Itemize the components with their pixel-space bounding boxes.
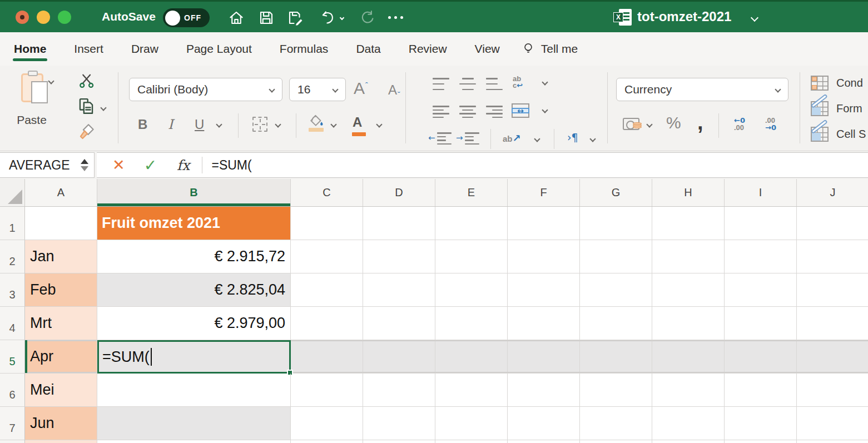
orientation-chevron[interactable] [534, 136, 540, 142]
paragraph-marks-chevron[interactable] [589, 136, 596, 142]
empty-cells[interactable] [291, 374, 868, 407]
name-box[interactable]: AVERAGE [0, 152, 95, 178]
zoom-window-button[interactable] [58, 11, 71, 24]
column-header-g[interactable]: G [580, 179, 652, 206]
tab-tell-me[interactable]: Tell me [521, 42, 578, 56]
cell-A7[interactable]: Jun [25, 407, 97, 440]
conditional-formatting-button[interactable]: Cond [811, 76, 863, 91]
increase-decimal-icon[interactable]: ←0 .00 [734, 117, 745, 131]
cell-A5[interactable]: Apr [25, 340, 97, 374]
align-center-icon[interactable] [459, 106, 476, 118]
align-left-icon[interactable] [433, 106, 449, 118]
cell-A6[interactable]: Mei [25, 374, 97, 407]
cell-styles-button[interactable]: Cell S [811, 127, 866, 142]
copy-menu-chevron[interactable] [100, 104, 106, 111]
accounting-format-chevron[interactable] [646, 121, 652, 127]
merge-center-icon[interactable]: ↔ [512, 103, 529, 118]
column-header-h[interactable]: H [652, 179, 725, 206]
font-name-select[interactable]: Calibri (Body) [129, 78, 282, 101]
grow-font-button[interactable]: Aˆ [354, 79, 368, 98]
percent-style-icon[interactable]: % [666, 113, 681, 132]
row-header-2[interactable]: 2 [0, 240, 25, 273]
format-painter-icon[interactable] [78, 122, 97, 143]
column-header-i[interactable]: I [725, 179, 797, 206]
decrease-indent-icon[interactable]: ← [429, 132, 452, 145]
confirm-entry-icon[interactable]: ✓ [144, 156, 157, 175]
empty-cells[interactable] [291, 440, 868, 443]
cell-A8[interactable] [25, 440, 97, 443]
tab-data[interactable]: Data [356, 34, 380, 63]
undo-menu-chevron[interactable] [340, 16, 344, 20]
italic-button[interactable]: I [168, 117, 173, 132]
decrease-decimal-icon[interactable]: .00 →0 [765, 117, 776, 131]
cell-B6[interactable] [97, 374, 291, 407]
row-header-6[interactable]: 6 [0, 374, 25, 407]
document-title-chevron[interactable] [751, 14, 758, 22]
merge-center-chevron[interactable] [542, 107, 548, 113]
column-header-f[interactable]: F [508, 179, 580, 206]
tab-insert[interactable]: Insert [74, 34, 103, 63]
column-header-j[interactable]: J [797, 179, 868, 206]
cell-A1[interactable] [25, 207, 97, 240]
empty-cells[interactable] [291, 240, 868, 273]
orientation-icon[interactable]: ab↗ [503, 132, 521, 144]
close-window-button[interactable] [16, 11, 29, 24]
autosave-toggle[interactable]: OFF [163, 8, 210, 27]
increase-indent-icon[interactable]: → [457, 132, 479, 145]
name-box-spinner[interactable] [81, 159, 88, 171]
home-icon[interactable] [228, 9, 245, 26]
paragraph-marks-icon[interactable]: ›¶ [567, 131, 578, 144]
select-all-corner[interactable] [0, 179, 25, 206]
row-header-1[interactable]: 1 [0, 207, 25, 240]
empty-cells[interactable] [291, 407, 868, 440]
insert-function-icon[interactable]: fx [177, 157, 190, 173]
wrap-text-chevron[interactable] [542, 79, 548, 85]
paste-menu-chevron[interactable] [48, 78, 54, 84]
document-title[interactable]: tot-omzet-2021 [637, 9, 731, 24]
copy-icon[interactable] [77, 97, 96, 119]
cancel-entry-icon[interactable]: ✕ [112, 156, 125, 174]
fill-color-icon[interactable] [308, 113, 325, 130]
font-size-select[interactable]: 16 [289, 78, 346, 101]
empty-cells[interactable] [291, 340, 868, 374]
borders-menu-chevron[interactable] [275, 121, 281, 127]
save-as-icon[interactable] [287, 9, 304, 26]
row-header-7[interactable]: 7 [0, 407, 25, 440]
align-top-icon[interactable] [433, 78, 449, 90]
shrink-font-button[interactable]: Aˇ [388, 82, 400, 98]
cut-icon[interactable] [78, 72, 96, 92]
font-color-chevron[interactable] [376, 121, 382, 127]
cell-B1[interactable]: Fruit omzet 2021 [97, 207, 291, 240]
empty-cells[interactable] [291, 307, 868, 340]
redo-icon[interactable] [359, 9, 376, 26]
borders-icon[interactable] [252, 117, 267, 132]
align-bottom-icon[interactable] [486, 78, 503, 90]
wrap-text-icon[interactable]: ab c↩ [513, 76, 523, 89]
undo-icon[interactable] [319, 9, 336, 26]
column-header-b[interactable]: B [97, 179, 291, 206]
font-color-icon[interactable]: A [353, 115, 362, 130]
cell-B5-editing[interactable]: =SUM( [97, 340, 291, 374]
column-header-a[interactable]: A [25, 179, 97, 206]
column-header-c[interactable]: C [291, 179, 363, 206]
empty-cells[interactable] [291, 273, 868, 307]
tab-draw[interactable]: Draw [131, 34, 158, 63]
cell-B4[interactable]: € 2.979,00 [97, 307, 291, 340]
format-as-table-button[interactable]: Form [811, 101, 862, 116]
minimize-window-button[interactable] [37, 11, 50, 24]
accounting-format-icon[interactable] [623, 118, 639, 130]
row-header-8[interactable] [0, 440, 25, 443]
cell-B7[interactable] [97, 407, 291, 440]
underline-menu-chevron[interactable] [216, 121, 222, 127]
cell-B3[interactable]: € 2.825,04 [97, 273, 291, 307]
cell-A3[interactable]: Feb [25, 273, 97, 307]
tab-home[interactable]: Home [14, 34, 46, 63]
spinner-down-icon[interactable] [81, 166, 88, 171]
tab-review[interactable]: Review [409, 34, 447, 63]
tab-page-layout[interactable]: Page Layout [186, 34, 252, 63]
save-icon[interactable] [258, 9, 275, 26]
cell-B2[interactable]: € 2.915,72 [97, 240, 291, 273]
cell-A2[interactable]: Jan [25, 240, 97, 273]
bold-button[interactable]: B [138, 117, 147, 132]
align-middle-icon[interactable] [459, 78, 476, 90]
